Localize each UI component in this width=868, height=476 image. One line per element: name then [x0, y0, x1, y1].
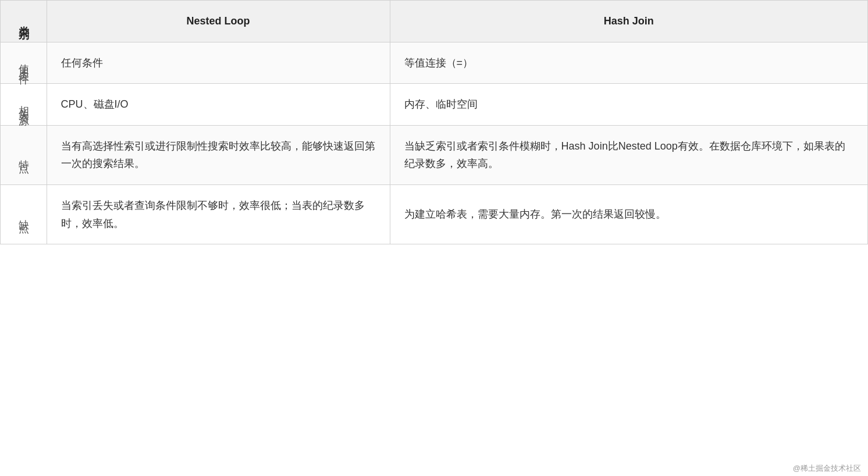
nested-use-condition: 任何条件	[47, 42, 390, 84]
header-nested-loop: Nested Loop	[47, 1, 390, 42]
nested-drawbacks: 当索引丢失或者查询条件限制不够时，效率很低；当表的纪录数多时，效率低。	[47, 184, 390, 244]
table-row: 缺点 当索引丢失或者查询条件限制不够时，效率很低；当表的纪录数多时，效率低。 为…	[1, 184, 868, 244]
header-hash-join: Hash Join	[390, 1, 867, 42]
nested-resources: CPU、磁盘I/O	[47, 84, 390, 126]
category-drawbacks: 缺点	[1, 184, 47, 244]
hash-use-condition: 等值连接（=）	[390, 42, 867, 84]
header-category: 类别	[1, 1, 47, 42]
table-row: 相关资源 CPU、磁盘I/O 内存、临时空间	[1, 84, 868, 126]
table-row: 特点 当有高选择性索引或进行限制性搜索时效率比较高，能够快速返回第一次的搜索结果…	[1, 125, 868, 184]
hash-drawbacks: 为建立哈希表，需要大量内存。第一次的结果返回较慢。	[390, 184, 867, 244]
hash-features: 当缺乏索引或者索引条件模糊时，Hash Join比Nested Loop有效。在…	[390, 125, 867, 184]
nested-features: 当有高选择性索引或进行限制性搜索时效率比较高，能够快速返回第一次的搜索结果。	[47, 125, 390, 184]
table-row: 使用条件 任何条件 等值连接（=）	[1, 42, 868, 84]
footer-credit: @稀土掘金技术社区	[0, 460, 868, 476]
category-use-condition: 使用条件	[1, 42, 47, 84]
category-features: 特点	[1, 125, 47, 184]
hash-resources: 内存、临时空间	[390, 84, 867, 126]
category-resources: 相关资源	[1, 84, 47, 126]
comparison-table: 类别 Nested Loop Hash Join 使用条件 任何条件 等值连接（…	[0, 0, 868, 244]
